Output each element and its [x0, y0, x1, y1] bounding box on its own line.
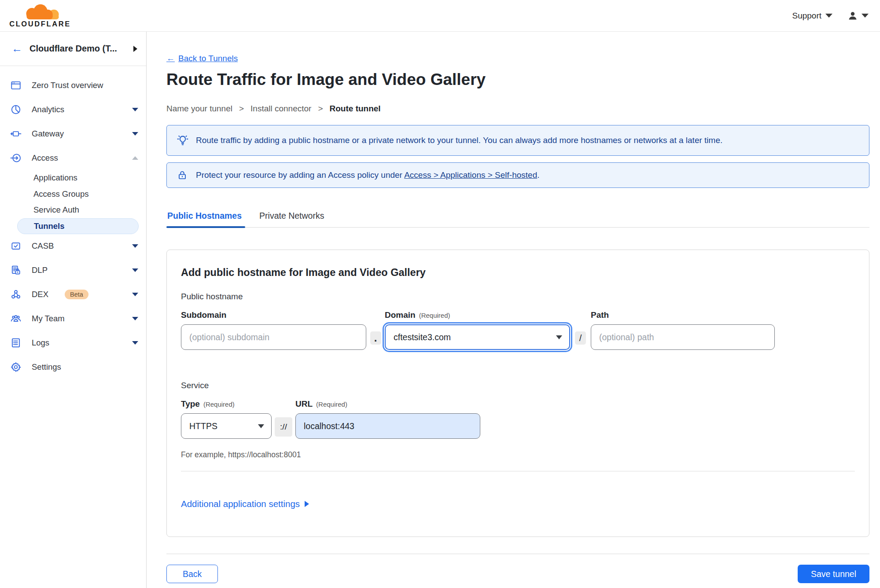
team-icon	[10, 313, 22, 324]
scheme-separator: ://	[275, 417, 292, 437]
subdomain-input[interactable]	[181, 324, 366, 350]
url-input[interactable]	[295, 413, 480, 439]
gateway-icon	[10, 128, 22, 140]
public-hostname-label: Public hostname	[181, 292, 855, 301]
sidebar-item-zero-trust-overview[interactable]: Zero Trust overview	[0, 73, 146, 97]
access-policy-link[interactable]: Access > Applications > Self-hosted	[404, 170, 537, 180]
access-icon	[10, 152, 22, 164]
support-menu[interactable]: Support	[792, 11, 832, 21]
sidebar-item-logs[interactable]: Logs	[0, 331, 146, 355]
page-title: Route Traffic for Image and Video Galler…	[166, 70, 869, 89]
back-arrow-icon: ←	[166, 54, 175, 63]
sidebar-item-settings[interactable]: Settings	[0, 355, 146, 379]
url-label: URL	[295, 399, 313, 409]
sidebar-item-applications[interactable]: Applications	[0, 170, 146, 186]
gear-icon	[10, 361, 22, 373]
chevron-up-icon	[132, 156, 138, 160]
cloudflare-logo: CLOUDFLARE	[7, 3, 73, 28]
route-traffic-info-text: Route traffic by adding a public hostnam…	[196, 136, 722, 145]
chevron-down-icon	[132, 317, 138, 320]
breadcrumb: Name your tunnel > Install connector > R…	[166, 104, 869, 114]
back-arrow-icon[interactable]: ←	[11, 43, 22, 54]
chevron-down-icon	[132, 108, 138, 111]
additional-settings-link[interactable]: Additional application settings	[181, 499, 309, 509]
footer-actions: Back Save tunnel	[166, 565, 869, 583]
account-switcher[interactable]: ← Cloudflare Demo (T...	[0, 32, 146, 66]
required-hint: (Required)	[419, 312, 450, 319]
sidebar-item-tunnels[interactable]: Tunnels	[17, 218, 139, 234]
dlp-icon	[10, 265, 22, 276]
lock-icon	[177, 169, 189, 181]
tab-bar: Public Hostnames Private Networks	[166, 211, 869, 228]
back-button[interactable]: Back	[166, 565, 218, 583]
beta-badge: Beta	[65, 290, 88, 299]
brand-wordmark: CLOUDFLARE	[9, 20, 71, 28]
dex-icon	[10, 289, 22, 300]
back-to-tunnels-link[interactable]: ← Back to Tunnels	[166, 54, 238, 63]
chevron-down-icon	[862, 14, 869, 18]
chevron-down-icon	[132, 341, 138, 345]
hostname-field-row: Subdomain . Domain (Required) cftestsite…	[181, 310, 855, 350]
tab-public-hostnames[interactable]: Public Hostnames	[166, 211, 243, 227]
domain-label: Domain	[385, 310, 416, 320]
chevron-down-icon	[132, 293, 138, 296]
sidebar-item-casb[interactable]: CASB	[0, 234, 146, 258]
sidebar-item-dex[interactable]: DEX Beta	[0, 283, 146, 307]
chevron-right-icon	[133, 46, 137, 52]
sidebar-item-analytics[interactable]: Analytics	[0, 97, 146, 121]
chevron-down-icon	[556, 335, 562, 339]
type-select[interactable]: HTTPS	[181, 413, 272, 439]
main-content: ← Back to Tunnels Route Traffic for Imag…	[147, 32, 880, 588]
topbar: CLOUDFLARE Support	[0, 0, 880, 32]
hostname-card: Add public hostname for Image and Video …	[166, 250, 869, 537]
analytics-icon	[10, 104, 22, 115]
sidebar: ← Cloudflare Demo (T... Zero Trust overv…	[0, 32, 147, 588]
support-label: Support	[792, 11, 821, 21]
overview-icon	[10, 80, 22, 91]
card-divider	[181, 471, 855, 471]
service-label: Service	[181, 381, 855, 390]
sidebar-item-access[interactable]: Access	[0, 146, 146, 170]
account-name: Cloudflare Demo (T...	[29, 44, 126, 54]
type-label: Type	[181, 399, 200, 409]
user-menu[interactable]	[847, 11, 869, 21]
domain-select[interactable]: cftestsite3.com	[385, 324, 570, 350]
access-policy-text: Protect your resource by adding an Acces…	[196, 170, 404, 180]
sidebar-nav: Zero Trust overview Analytics Gateway Ac…	[0, 66, 146, 379]
sidebar-item-access-groups[interactable]: Access Groups	[0, 186, 146, 202]
chevron-down-icon	[132, 268, 138, 272]
subdomain-label: Subdomain	[181, 310, 226, 320]
chevron-down-icon	[825, 14, 832, 18]
chevron-down-icon	[132, 244, 138, 248]
step-route-tunnel: Route tunnel	[330, 104, 381, 114]
step-install-connector[interactable]: Install connector	[250, 104, 311, 114]
path-label: Path	[591, 310, 609, 320]
casb-icon	[10, 240, 22, 252]
footer-divider	[166, 554, 869, 554]
domain-value: cftestsite3.com	[394, 332, 451, 342]
sidebar-item-gateway[interactable]: Gateway	[0, 121, 146, 146]
user-icon	[847, 11, 858, 21]
chevron-down-icon	[258, 424, 264, 428]
save-tunnel-button[interactable]: Save tunnel	[798, 565, 869, 583]
slash-separator: /	[575, 331, 586, 345]
cloudflare-cloud-icon	[19, 3, 61, 19]
type-value: HTTPS	[189, 421, 217, 431]
path-input[interactable]	[591, 324, 775, 350]
step-name-your-tunnel[interactable]: Name your tunnel	[166, 104, 232, 114]
step-separator: >	[318, 104, 323, 114]
required-hint: (Required)	[203, 401, 235, 408]
tab-private-networks[interactable]: Private Networks	[258, 211, 325, 227]
dot-separator: .	[370, 331, 381, 345]
card-heading: Add public hostname for Image and Video …	[181, 267, 855, 279]
sidebar-item-dlp[interactable]: DLP	[0, 258, 146, 283]
route-traffic-info-banner: Route traffic by adding a public hostnam…	[166, 125, 869, 156]
required-hint: (Required)	[316, 401, 347, 408]
logs-icon	[10, 337, 22, 349]
lightbulb-icon	[177, 134, 189, 147]
example-hint: For example, https://localhost:8001	[181, 450, 855, 459]
sidebar-item-service-auth[interactable]: Service Auth	[0, 202, 146, 218]
access-policy-banner: Protect your resource by adding an Acces…	[166, 162, 869, 188]
sidebar-item-my-team[interactable]: My Team	[0, 307, 146, 331]
step-separator: >	[239, 104, 244, 114]
